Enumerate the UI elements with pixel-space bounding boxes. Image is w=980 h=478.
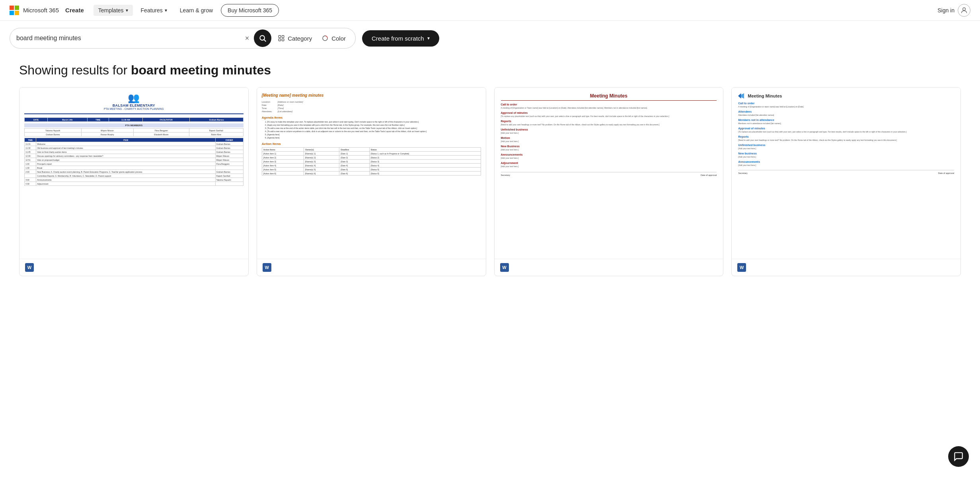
learn-grow-nav-label: Learn & grow [180, 7, 213, 14]
templates-chevron-icon: ▾ [126, 8, 128, 13]
search-clear-button[interactable]: × [244, 34, 251, 43]
buy-label: Buy Microsoft 365 [228, 7, 272, 14]
create-scratch-chevron-icon: ▾ [427, 35, 430, 41]
buy-button[interactable]: Buy Microsoft 365 [221, 4, 279, 17]
color-label: Color [331, 35, 346, 42]
signin-label: Sign in [937, 7, 955, 14]
template4-logo-icon [738, 93, 745, 99]
svg-rect-6 [282, 39, 284, 41]
word-icon-2: W [263, 263, 271, 272]
template-card-4[interactable]: Meeting Minutes Call to order A meeting … [731, 87, 961, 276]
template-grid: 👥 BALSAM ELEMENTARY PTA MEETING - CHARIT… [0, 87, 980, 292]
chat-icon [953, 451, 964, 462]
sign-in-button[interactable]: Sign in [937, 4, 970, 17]
template-card-1[interactable]: 👥 BALSAM ELEMENTARY PTA MEETING - CHARIT… [19, 87, 249, 276]
category-filter-button[interactable]: Category [275, 35, 315, 42]
avatar [958, 4, 970, 17]
template-preview-3: Meeting Minutes Call to order A meeting … [495, 88, 723, 259]
close-icon: × [245, 34, 249, 42]
template-card-1-footer: W [19, 259, 248, 276]
word-icon-4: W [737, 263, 746, 272]
microsoft-logo-icon [10, 6, 19, 15]
svg-point-0 [963, 8, 966, 10]
search-input[interactable] [16, 35, 240, 42]
svg-line-2 [264, 40, 266, 42]
svg-rect-5 [279, 39, 281, 41]
brand-label: Microsoft 365 [23, 7, 59, 14]
chat-bubble-button[interactable] [948, 446, 969, 467]
create-scratch-label: Create from scratch [372, 35, 424, 42]
svg-rect-4 [282, 35, 284, 37]
results-prefix: Showing results for [19, 63, 127, 77]
learn-grow-nav-button[interactable]: Learn & grow [175, 5, 218, 16]
color-icon [321, 35, 329, 42]
template-card-3-footer: W [495, 259, 723, 276]
search-submit-button[interactable] [254, 29, 271, 47]
search-bar: × Category Color [10, 28, 356, 49]
svg-marker-9 [741, 93, 744, 99]
template-card-4-footer: W [732, 259, 961, 276]
template-card-3[interactable]: Meeting Minutes Call to order A meeting … [494, 87, 724, 276]
features-nav-button[interactable]: Features ▾ [136, 5, 172, 16]
word-icon-1: W [25, 263, 34, 272]
svg-rect-3 [279, 35, 281, 37]
templates-nav-button[interactable]: Templates ▾ [94, 5, 133, 16]
ms365-logo[interactable]: Microsoft 365 [10, 6, 60, 15]
template-preview-4: Meeting Minutes Call to order A meeting … [732, 88, 961, 259]
template-card-2[interactable]: [Meeting name] meeting minutes Location:… [257, 87, 486, 276]
create-label: Create [65, 7, 84, 14]
create-from-scratch-button[interactable]: Create from scratch ▾ [362, 30, 439, 47]
template-preview-2: [Meeting name] meeting minutes Location:… [257, 88, 486, 259]
features-nav-label: Features [141, 7, 163, 14]
svg-point-1 [260, 35, 265, 40]
templates-nav-label: Templates [98, 7, 124, 14]
results-heading: Showing results for board meeting minute… [0, 49, 980, 87]
template-preview-1: 👥 BALSAM ELEMENTARY PTA MEETING - CHARIT… [19, 88, 248, 259]
category-label: Category [288, 35, 312, 42]
svg-marker-8 [738, 93, 741, 99]
color-filter-button[interactable]: Color [318, 35, 349, 42]
results-query: board meeting minutes [131, 63, 271, 77]
search-icon [259, 34, 267, 42]
search-bar-area: × Category Color Create from [0, 21, 980, 49]
navigation: Microsoft 365 Create Templates ▾ Feature… [0, 0, 980, 21]
features-chevron-icon: ▾ [165, 8, 167, 13]
category-icon [278, 35, 285, 42]
word-icon-3: W [500, 263, 509, 272]
template-card-2-footer: W [257, 259, 486, 276]
